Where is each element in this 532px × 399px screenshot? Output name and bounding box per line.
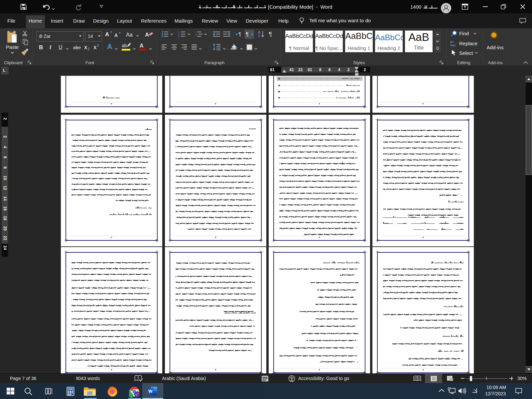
svg-text:c: c — [455, 43, 456, 47]
svg-text:a: a — [196, 33, 197, 36]
svg-text:3: 3 — [178, 35, 180, 37]
svg-text:W: W — [148, 389, 153, 394]
svg-text:¶: ¶ — [238, 32, 241, 37]
svg-text:A: A — [258, 31, 260, 34]
svg-text:Z: Z — [258, 34, 260, 38]
svg-text:¶: ¶ — [246, 32, 249, 37]
svg-text:i: i — [195, 35, 195, 37]
